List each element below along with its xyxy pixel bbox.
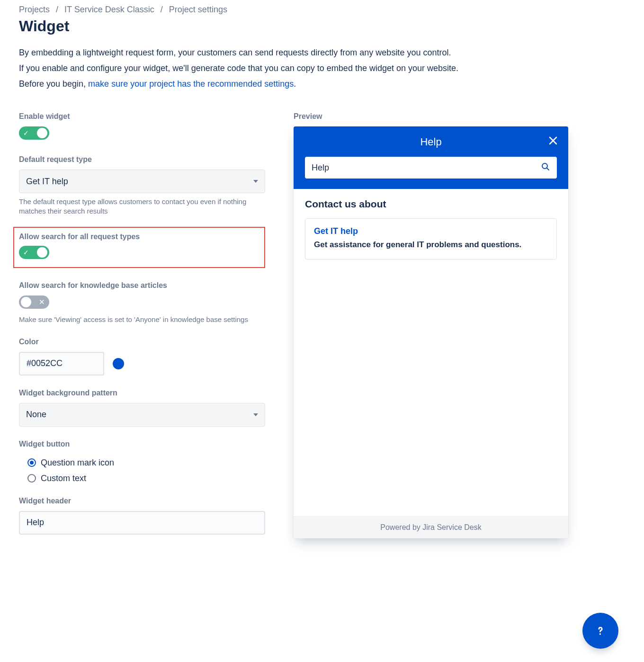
bg-pattern-label: Widget background pattern <box>19 389 265 397</box>
cross-icon: ✕ <box>39 298 45 306</box>
request-card-desc: Get assistance for general IT problems a… <box>314 239 548 250</box>
widget-header-label: Widget header <box>19 497 265 505</box>
default-request-type-select[interactable]: Get IT help <box>19 170 265 193</box>
chevron-down-icon <box>253 413 258 416</box>
check-icon: ✓ <box>23 129 29 137</box>
enable-widget-toggle[interactable]: ✓ <box>19 126 49 140</box>
request-card[interactable]: Get IT help Get assistance for general I… <box>305 218 557 259</box>
contact-heading: Contact us about <box>305 198 557 210</box>
search-icon <box>541 162 550 174</box>
kb-helper: Make sure 'Viewing' access is set to 'An… <box>19 315 260 324</box>
crumb-project-name[interactable]: IT Service Desk Classic <box>64 5 154 14</box>
color-label: Color <box>19 338 265 346</box>
default-request-type-helper: The default request type allows customer… <box>19 197 260 216</box>
radio-icon <box>27 458 36 467</box>
radio-question-mark[interactable]: Question mark icon <box>27 458 265 468</box>
bg-pattern-select[interactable]: None <box>19 403 265 427</box>
preview-label: Preview <box>294 112 568 121</box>
allow-search-request-types-toggle[interactable]: ✓ <box>19 246 49 259</box>
allow-search-kb-label: Allow search for knowledge base articles <box>19 281 265 290</box>
check-icon: ✓ <box>23 249 29 256</box>
allow-search-request-types-label: Allow search for all request types <box>19 233 259 241</box>
crumb-projects[interactable]: Projects <box>19 5 50 14</box>
radio-custom-text[interactable]: Custom text <box>27 474 265 483</box>
page-desc-1: By embedding a lightweight request form,… <box>19 46 625 59</box>
preview-search-input[interactable]: Help <box>305 157 557 179</box>
breadcrumb: Projects / IT Service Desk Classic / Pro… <box>19 5 625 15</box>
default-request-type-label: Default request type <box>19 155 265 164</box>
preview-title: Help <box>305 136 557 148</box>
page-title: Widget <box>19 18 625 35</box>
page-desc-2: If you enable and configure your widget,… <box>19 62 625 75</box>
allow-search-kb-toggle[interactable]: ✕ <box>19 295 49 309</box>
request-card-title: Get IT help <box>314 226 548 236</box>
preview-footer: Powered by Jira Service Desk <box>294 516 568 538</box>
preview-widget: Help Help Contact us about Get IT help G… <box>294 126 568 538</box>
enable-widget-label: Enable widget <box>19 112 265 121</box>
recommended-settings-link[interactable]: make sure your project has the recommend… <box>88 79 294 89</box>
color-input[interactable] <box>19 352 104 376</box>
close-icon[interactable] <box>548 136 558 148</box>
color-swatch[interactable] <box>113 358 124 369</box>
crumb-sep: / <box>161 5 163 14</box>
widget-header-input[interactable] <box>19 511 265 535</box>
crumb-settings[interactable]: Project settings <box>169 5 227 14</box>
widget-button-label: Widget button <box>19 440 265 448</box>
radio-icon <box>27 474 36 483</box>
chevron-down-icon <box>253 180 258 183</box>
page-desc-3: Before you begin, make sure your project… <box>19 78 625 90</box>
crumb-sep: / <box>56 5 58 14</box>
highlight-box: Allow search for all request types ✓ <box>13 227 265 268</box>
